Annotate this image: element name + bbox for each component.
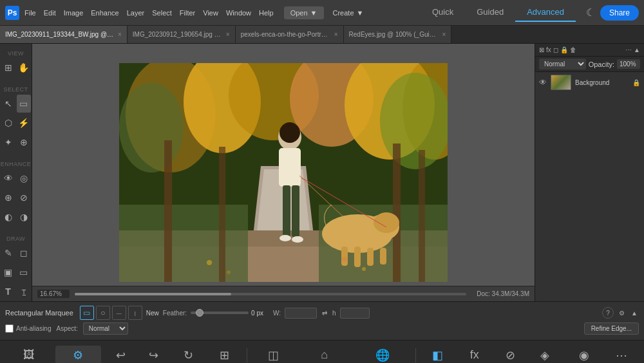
- menu-filter[interactable]: Filter: [180, 9, 195, 17]
- menu-select[interactable]: Select: [152, 9, 172, 17]
- taskbar-more[interactable]: ⋯ More: [609, 346, 634, 364]
- antialiasing-checkbox[interactable]: [5, 324, 14, 333]
- gradient-tool[interactable]: ▭: [17, 263, 31, 281]
- healing-tool[interactable]: ⊘: [17, 189, 31, 207]
- type-mask-tool[interactable]: T̲: [17, 283, 31, 301]
- layer-item-background[interactable]: 👁 Background 🔒: [535, 72, 644, 93]
- svg-rect-21: [279, 148, 301, 187]
- help-button[interactable]: ?: [602, 307, 614, 319]
- menu-window[interactable]: Window: [226, 9, 251, 17]
- magic-wand-tool[interactable]: ⚡: [17, 114, 31, 132]
- taskbar-layout[interactable]: ⊞ Layout: [210, 346, 240, 364]
- fill-tool[interactable]: ▣: [1, 263, 15, 281]
- tab-close-0[interactable]: ×: [118, 31, 122, 38]
- expand-icon[interactable]: ▲: [631, 310, 638, 317]
- canvas-image[interactable]: [119, 63, 448, 282]
- tab-advanced[interactable]: Advanced: [515, 3, 576, 22]
- taskbar-effects[interactable]: fx Effects: [460, 346, 489, 363]
- svg-rect-22: [283, 185, 290, 237]
- filters-icon: ⊘: [506, 348, 515, 362]
- menu-view[interactable]: View: [203, 9, 218, 17]
- doc-tab-0[interactable]: IMG_20230911_193344_BW.jpg @ 16.7% (RGB/…: [0, 26, 128, 44]
- tab-quick[interactable]: Quick: [421, 3, 465, 22]
- taskbar-styles[interactable]: ◈ Styles: [531, 346, 559, 364]
- sponge-tool[interactable]: ◑: [17, 208, 31, 226]
- red-eye-tool[interactable]: 👁: [1, 169, 15, 187]
- marquee-single-row-button[interactable]: —: [112, 306, 126, 320]
- open-button[interactable]: Open ▼: [284, 6, 324, 19]
- tab-close-3[interactable]: ×: [442, 31, 446, 38]
- marquee-single-col-button[interactable]: |: [128, 306, 142, 320]
- doc-tab-1[interactable]: IMG_20230912_190654.jpg @ 22.9% (_Quic..…: [128, 26, 236, 44]
- taskbar-layers[interactable]: ◧ Layers: [423, 346, 453, 364]
- marquee-ellipse-button[interactable]: ○: [96, 306, 110, 320]
- menu-enhance[interactable]: Enhance: [91, 9, 118, 17]
- layer-visibility-icon[interactable]: 👁: [539, 78, 547, 87]
- marquee-tool[interactable]: ▭: [17, 95, 31, 113]
- menu-image[interactable]: Image: [64, 9, 84, 17]
- dodge-tool[interactable]: ◐: [1, 208, 15, 226]
- layers-fx-icon[interactable]: fx: [546, 46, 551, 53]
- refine-edge-button[interactable]: Refine Edge...: [584, 322, 639, 335]
- menu-help[interactable]: Help: [259, 9, 274, 17]
- taskbar-filters[interactable]: ⊘ Filters: [497, 346, 524, 364]
- layers-mask-icon[interactable]: ◻: [553, 46, 558, 53]
- clone-stamp-tool[interactable]: ⊕: [1, 189, 15, 207]
- doc-tab-2[interactable]: pexels-enca-on-the-go-Portrait.jpg @ 13%…: [236, 26, 344, 44]
- new-selection-button[interactable]: New: [146, 310, 159, 317]
- share-button[interactable]: Share: [600, 5, 639, 21]
- taskbar-organizer[interactable]: ◫ Organizer: [254, 346, 292, 364]
- tab-close-1[interactable]: ×: [226, 31, 230, 38]
- tab-close-2[interactable]: ×: [334, 31, 338, 38]
- move-tool[interactable]: ↖: [1, 95, 15, 113]
- aspect-select[interactable]: Normal Fixed Ratio Fixed Size: [83, 322, 128, 335]
- taskbar-graphics[interactable]: ◉ Graphics: [566, 346, 602, 364]
- tab-guided[interactable]: Guided: [465, 3, 515, 22]
- menu-file[interactable]: File: [24, 9, 36, 17]
- svg-point-24: [279, 235, 291, 241]
- type-tool[interactable]: T: [1, 283, 15, 301]
- zoom-input[interactable]: [37, 290, 70, 298]
- tool-options-row2: Anti-aliasing Aspect: Normal Fixed Ratio…: [5, 322, 639, 339]
- main-area: VIEW ⊞ ✋ SELECT ↖ ▭ ⬡ ⚡ ✦ ⊕ ENHANCE 👁 ◎ …: [0, 44, 644, 301]
- taskbar-home-screen[interactable]: ⌂ Home Screen: [299, 346, 349, 363]
- layers-trash-icon[interactable]: 🗑: [570, 46, 576, 53]
- theme-toggle-icon[interactable]: ☾: [586, 6, 595, 19]
- create-button[interactable]: Create ▼: [327, 6, 370, 19]
- quick-select-tool[interactable]: ✦: [1, 133, 15, 151]
- taskbar-undo[interactable]: ↩ Undo: [108, 346, 134, 364]
- mode-tabs: Quick Guided Advanced: [421, 3, 576, 22]
- view-tools: ⊞ ✋: [1, 58, 31, 77]
- swap-wh-icon[interactable]: ⇄: [322, 310, 327, 317]
- taskbar-rotate[interactable]: ↻ Rotate: [174, 346, 203, 364]
- zoom-tool[interactable]: ⊞: [1, 59, 15, 77]
- select-tools-row3: ✦ ⊕: [1, 133, 31, 152]
- width-input[interactable]: [285, 308, 317, 319]
- taskbar-elements-web[interactable]: 🌐 Elements Web: [356, 346, 408, 364]
- layers-chain-icon[interactable]: ⊠: [539, 46, 544, 53]
- layers-lock-icon[interactable]: 🔒: [560, 46, 568, 53]
- eraser-tool[interactable]: ◻: [17, 244, 31, 262]
- height-input[interactable]: [340, 308, 370, 319]
- settings-icon[interactable]: ⚙: [619, 310, 625, 317]
- layers-chevron-icon[interactable]: ▲: [634, 46, 640, 53]
- lasso-tool[interactable]: ⬡: [1, 114, 15, 132]
- blend-mode-select[interactable]: Normal Multiply Screen: [539, 59, 586, 70]
- menu-edit[interactable]: Edit: [44, 9, 56, 17]
- hand-tool[interactable]: ✋: [17, 59, 31, 77]
- taskbar-tool-options[interactable]: ⚙ Tool Options: [55, 346, 102, 364]
- taskbar-redo[interactable]: ↪ Redo: [141, 346, 167, 364]
- layers-more-icon[interactable]: ⋯: [625, 46, 632, 53]
- doc-tab-3[interactable]: RedEyes.jpg @ 100% (_GuideEditBaseLayer.…: [344, 26, 452, 44]
- brush-tool[interactable]: ✎: [1, 244, 15, 262]
- svg-point-8: [380, 73, 448, 169]
- opacity-input[interactable]: [617, 59, 640, 69]
- enhance-tools-row3: ◐ ◑: [1, 207, 31, 227]
- top-bar: Ps File Edit Image Enhance Layer Select …: [0, 0, 644, 26]
- whiten-tool[interactable]: ◎: [17, 169, 31, 187]
- taskbar-photo-bin[interactable]: 🖼 Photo Bin: [10, 346, 48, 363]
- menu-layer[interactable]: Layer: [127, 9, 145, 17]
- marquee-rect-button[interactable]: ▭: [80, 306, 94, 320]
- smart-brush-tool[interactable]: ⊕: [17, 133, 31, 151]
- feather-thumb[interactable]: [196, 309, 204, 317]
